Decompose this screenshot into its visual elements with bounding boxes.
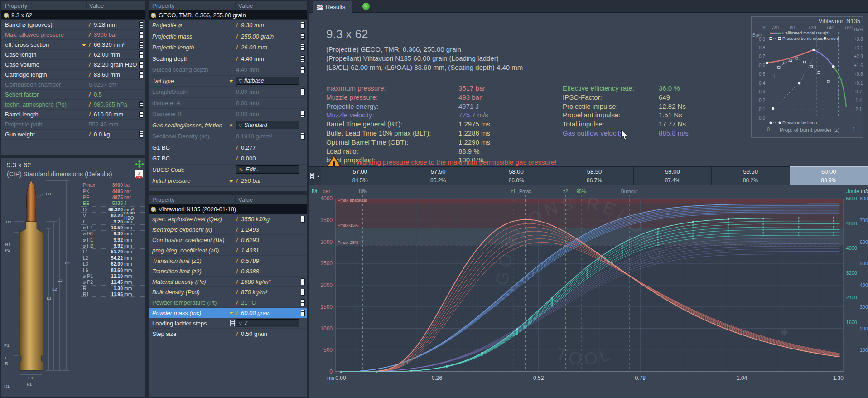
ladder-tab-60.00[interactable]: 60.0088.9% <box>790 167 868 185</box>
add-tab-button[interactable]: + <box>362 3 370 10</box>
property-row-projectile-mass[interactable]: Projectile mass/255.00 grain <box>149 31 307 43</box>
ladder-tab-59.00[interactable]: 59.0087.4% <box>634 167 712 185</box>
ladder-tab-57.00[interactable]: 57.0084.5% <box>321 167 399 185</box>
property-row-barrel-grooves[interactable]: Barrel ⌀ (grooves)/9.28 mm <box>1 20 145 30</box>
result-label-muzzle-pressure: Muzzle pressure: <box>326 93 378 101</box>
property-row-barrel-length[interactable]: Barrel length/610.00 mm <box>1 110 145 120</box>
property-value: 0.8388 <box>241 268 259 275</box>
property-row-spec-explosive-heat-qex[interactable]: spec. explosive heat (Qex)/3550 kJ/kg <box>149 214 307 224</box>
property-row-g7-bc[interactable]: G7 BC/0.000 <box>149 153 307 165</box>
ladder-tab-57.50[interactable]: 57.5085.2% <box>399 167 477 185</box>
property-row-length-depth[interactable]: Length/Depth0.00 mm <box>149 87 307 98</box>
property-row-prog-deg-coefficient-a0[interactable]: prog./deg. coefficient (a0)/1.4331 <box>149 245 307 256</box>
ruler-measure-icon[interactable] <box>139 61 143 68</box>
gun-search-row[interactable]: 9.3 x 62 <box>1 10 145 20</box>
dropdown-gas-sealing-losses-friction[interactable]: ▽Standard <box>236 121 299 129</box>
ruler-measure-icon[interactable] <box>139 131 143 138</box>
ruler-measure-icon[interactable] <box>301 111 305 117</box>
ruler-measure-icon[interactable] <box>301 310 305 316</box>
property-row-diameter-a[interactable]: diameter A0.00 mm <box>149 98 307 109</box>
property-row-loading-ladder-steps[interactable]: Loading ladder steps▽7 <box>149 318 307 329</box>
ruler-measure-icon[interactable] <box>301 22 305 29</box>
ruler-measure-icon[interactable] <box>301 133 305 140</box>
ballistics-chart[interactable]: GORDONS RELOADINGTOOL❅❅Pmax absolute!Pma… <box>309 186 868 385</box>
move-crosshair-icon[interactable] <box>135 160 144 168</box>
tab-results[interactable]: Results <box>313 1 352 13</box>
property-value: 0.5789 <box>241 257 259 264</box>
gun-properties-panel: Property Value 9.3 x 62 Barrel ⌀ (groove… <box>1 1 145 156</box>
dim-value: 3.20 <box>99 219 123 224</box>
ruler-measure-icon[interactable] <box>139 111 143 118</box>
property-value-cell: /0.6293 <box>236 237 299 243</box>
main-chart-area[interactable]: GORDONS RELOADINGTOOL❅❅Pmax absolute!Pma… <box>309 186 868 385</box>
property-row-material-density-pc[interactable]: Material density (Pc)/1680 kg/m³ <box>149 277 307 287</box>
dim-label: L1 <box>81 249 99 254</box>
svg-text:500: 500 <box>323 347 333 353</box>
property-row-diameter-b[interactable]: Diameter B0.00 mm <box>149 109 307 120</box>
property-row-guided-seating-depth[interactable]: Guided seating depth4.40 mm <box>149 64 307 76</box>
property-row-step-size[interactable]: Step size/0.50 grain <box>149 329 307 339</box>
property-row-isentropic-exponent-k[interactable]: Isentropic exponent (k)/1.2493 <box>149 224 307 235</box>
search-icon <box>151 207 156 212</box>
ruler-measure-icon[interactable] <box>301 55 305 62</box>
property-row-seating-depth[interactable]: Seating depth/4.40 mm <box>149 53 307 65</box>
projectile-search-row[interactable]: GECO, TMR, 0.366, 255.00 grain <box>149 10 307 20</box>
property-row-cartridge-length[interactable]: Cartridge length/83.60 mm <box>1 70 145 80</box>
burn-rate-chart[interactable]: 0.00.10.20.30.40.50.60.70.80.9+3.8+3.1+2… <box>752 17 863 137</box>
ruler-measure-icon[interactable] <box>139 41 143 48</box>
results-column: Results + 9.3 x 62 (Projectile) GECO, TM… <box>309 0 868 398</box>
property-row-projectile-length[interactable]: Projectile length/26.00 mm <box>149 42 307 53</box>
property-row-transition-limit-z1[interactable]: Transition limit (z1)/0.5789 <box>149 256 307 266</box>
dim-label: PK <box>81 189 99 194</box>
property-row-projectile-path[interactable]: Projectile path552.40 mm <box>1 120 145 130</box>
burn-rate-chart-frame[interactable]: 0.00.10.20.30.40.50.60.70.80.9+3.8+3.1+2… <box>751 16 863 138</box>
ruler-measure-icon[interactable] <box>301 88 305 95</box>
ruler-measure-icon[interactable] <box>139 101 143 108</box>
ruler-measure-icon[interactable] <box>301 33 305 40</box>
property-row-g1-bc[interactable]: G1 BC/0.277 <box>149 142 307 154</box>
edit-button[interactable]: ✎Edit.. <box>236 165 299 174</box>
powder-search-text: Vihtavuori N135 (2020-01-18) <box>159 206 236 213</box>
ladder-sort-icon[interactable]: ▲ <box>309 167 321 185</box>
ladder-tab-59.50[interactable]: 59.5088.2% <box>712 167 790 185</box>
ruler-measure-icon[interactable] <box>301 216 305 223</box>
property-row-max-allowed-pressure[interactable]: Max. allowed pressure/3900 bar <box>1 30 145 40</box>
ruler-measure-icon[interactable] <box>139 21 143 28</box>
ruler-measure-icon[interactable] <box>139 71 143 78</box>
property-row-tail-type[interactable]: Tail type★▽flatbase <box>149 76 307 87</box>
property-row-transition-limit-z2[interactable]: Transition limit (z2)/0.8388 <box>149 266 307 277</box>
property-row-combustion-chamber[interactable]: Combustion chamber5.0257 cm³ <box>1 80 145 90</box>
property-row-combustion-coefficient-ba[interactable]: Combustion coefficient (Ba)/0.6293 <box>149 235 307 245</box>
property-row-case-volume[interactable]: Case volume/82.20 grain H2O <box>1 60 145 70</box>
property-row-initial-pressure[interactable]: Initial pressure★/250 bar <box>149 175 307 187</box>
property-row-projectile[interactable]: Projectile ⌀/9.30 mm <box>149 20 307 31</box>
property-row-powder-mass-mc[interactable]: Powder mass (mc)★/60.00 grain <box>149 308 307 318</box>
ruler-measure-icon[interactable] <box>301 44 305 51</box>
ruler-measure-icon[interactable] <box>301 66 305 73</box>
ruler-measure-icon[interactable] <box>301 278 305 285</box>
ruler-measure-icon[interactable] <box>139 51 143 58</box>
property-row-sectional-density-sd[interactable]: Sectional Density (sd)0.1910 g/mm² <box>149 131 307 142</box>
ruler-measure-icon[interactable] <box>301 289 305 296</box>
property-row-gun-weight[interactable]: Gun weight/0.0 kg <box>1 130 145 140</box>
property-row-gas-sealing-losses-friction[interactable]: Gas sealing/losses, friction★▽Standard <box>149 120 307 131</box>
ruler-measure-icon[interactable] <box>301 299 305 306</box>
dropdown-loading-ladder-steps[interactable]: ▽7 <box>236 319 299 327</box>
svg-text:0.7: 0.7 <box>759 54 765 59</box>
ladder-tab-58.50[interactable]: 58.5086.7% <box>555 167 633 185</box>
property-row-sebert-factor[interactable]: Sebert factor/0.5 <box>1 90 145 100</box>
dropdown-tail-type[interactable]: ▽flatbase <box>236 77 299 85</box>
result-value-optimal-barrel-time-obt: 1.2290 ms <box>458 138 490 146</box>
property-row-ubcs-code[interactable]: UBCS-Code✎Edit.. <box>149 165 307 176</box>
property-row-eff-cross-section[interactable]: eff. cross section★/66.320 mm² <box>1 40 145 50</box>
property-row-bulk-density-pcd[interactable]: Bulk density (Pcd)/870 kg/m³ <box>149 287 307 297</box>
property-row-case-length[interactable]: Case length/62.00 mm <box>1 50 145 60</box>
powder-search-row[interactable]: Vihtavuori N135 (2020-01-18) <box>149 204 307 214</box>
property-row-techn-atmosphere-po[interactable]: techn. atmosphere (Po)/980.665 hPa <box>1 100 145 110</box>
svg-text:95%: 95% <box>576 189 586 194</box>
svg-text:1.04: 1.04 <box>737 375 747 381</box>
property-row-powder-temperature-pt[interactable]: Powder temperature (Pt)/21 °C <box>149 297 307 308</box>
ruler-measure-icon[interactable] <box>139 31 143 38</box>
pdf-export-icon[interactable]: λPDF <box>135 170 143 178</box>
ladder-tab-58.00[interactable]: 58.0086.0% <box>477 167 555 185</box>
